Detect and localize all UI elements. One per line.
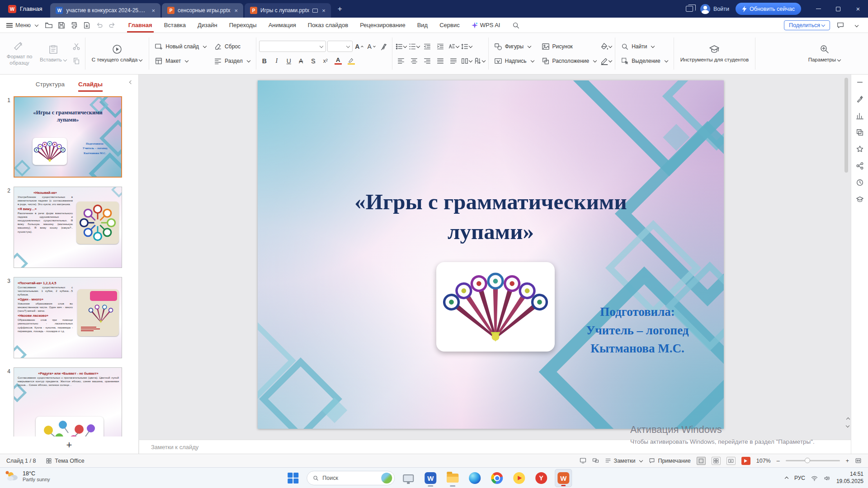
tab-outline[interactable]: Структура — [36, 75, 65, 94]
collapse-ribbon-button[interactable] — [851, 19, 863, 31]
open-folder-button[interactable] — [43, 19, 55, 31]
normal-view-button[interactable] — [697, 457, 706, 465]
close-tab-icon[interactable]: × — [151, 7, 155, 14]
format-painter-button[interactable]: Формат по образцу — [3, 39, 36, 68]
student-tools-button[interactable]: Инструменты для студентов — [677, 42, 752, 65]
slide-author-block[interactable]: Подготовила: Учитель – логопед Кытманова… — [554, 303, 721, 358]
section-button[interactable]: Раздел — [211, 55, 253, 66]
language-indicator[interactable]: РУС — [794, 475, 805, 481]
font-name-combo[interactable] — [259, 41, 326, 52]
favorites-icon[interactable] — [856, 145, 864, 153]
word-app-icon[interactable]: W — [422, 469, 439, 487]
close-tab-icon[interactable]: × — [235, 7, 238, 14]
arrange-button[interactable]: Расположение — [539, 55, 600, 66]
theme-button[interactable]: Тема Office — [46, 458, 84, 464]
weather-widget[interactable]: 18°C Partly sunny — [5, 470, 50, 482]
paste-button[interactable]: Вставить — [36, 42, 71, 65]
save-button[interactable] — [56, 19, 67, 31]
align-left-button[interactable] — [395, 55, 407, 66]
shapes-button[interactable]: Фигуры — [491, 41, 537, 52]
slide-image[interactable] — [436, 262, 555, 352]
strikethrough-button[interactable]: A — [296, 55, 307, 66]
undo-button[interactable] — [94, 19, 105, 31]
italic-button[interactable]: I — [271, 55, 282, 66]
layout-button[interactable]: Макет — [152, 55, 209, 66]
collapse-panel-icon[interactable] — [129, 80, 133, 84]
history-icon[interactable] — [856, 178, 864, 187]
tab-transitions[interactable]: Переходы — [223, 18, 263, 33]
home-tab[interactable]: W Главная — [0, 0, 50, 18]
reading-view-button[interactable] — [726, 457, 736, 465]
picture-button[interactable]: Рисунок — [539, 41, 600, 52]
align-right-button[interactable] — [421, 55, 433, 66]
minimize-button[interactable] — [808, 0, 828, 18]
decrease-font-button[interactable]: A — [366, 41, 377, 52]
window-layout-icon[interactable] — [686, 6, 693, 12]
zoom-in-button[interactable]: + — [846, 458, 849, 464]
tab-home[interactable]: Главная — [123, 18, 158, 33]
slideshow-play-button[interactable] — [741, 457, 750, 465]
columns-button[interactable] — [461, 55, 472, 66]
tab-slideshow[interactable]: Показ слайдов — [302, 18, 354, 33]
font-size-combo[interactable] — [327, 41, 353, 52]
text-shadow-button[interactable]: S — [308, 55, 319, 66]
learning-tools-icon[interactable] — [856, 195, 864, 203]
new-tab-button[interactable]: + — [334, 3, 346, 15]
cut-button[interactable] — [71, 41, 82, 52]
zoom-out-button[interactable]: – — [777, 458, 780, 464]
fill-color-button[interactable] — [600, 41, 612, 52]
slide-thumbnail-1[interactable]: «Игры с грамматическими лупами» Подго — [14, 96, 122, 178]
tab-slides[interactable]: Слайды — [78, 75, 103, 94]
textbox-button[interactable]: Надпись — [491, 55, 537, 66]
tab-insert[interactable]: Вставка — [158, 18, 192, 33]
tab-tools[interactable]: Сервис — [434, 18, 466, 33]
doc-tab-1[interactable]: W участие в конкурсах 2024-25.docx × — [50, 3, 160, 18]
pin-tab-icon[interactable] — [312, 9, 318, 13]
display-app-icon[interactable] — [400, 469, 417, 487]
yandex-browser-app-icon[interactable]: Y — [533, 469, 550, 487]
beautify-icon[interactable] — [856, 95, 864, 103]
tab-design[interactable]: Дизайн — [192, 18, 223, 33]
presenter-view-icon[interactable] — [580, 457, 586, 464]
zoom-slider[interactable] — [786, 460, 840, 461]
decrease-indent-button[interactable] — [421, 41, 433, 52]
collapse-rail-icon[interactable] — [856, 78, 864, 86]
increase-font-button[interactable]: A — [354, 41, 365, 52]
maximize-button[interactable] — [828, 0, 848, 18]
tray-expand-icon[interactable] — [785, 477, 788, 480]
close-button[interactable]: × — [848, 0, 868, 18]
highlight-color-button[interactable] — [345, 57, 357, 65]
slide-thumbnail-2[interactable]: «Называй-ка» Употребление существительны… — [14, 187, 122, 268]
volume-icon[interactable] — [824, 475, 830, 482]
copy-button[interactable] — [71, 55, 82, 66]
distribute-button[interactable] — [448, 55, 459, 66]
clock[interactable]: 14:51 19.05.2025 — [836, 471, 863, 485]
main-scrollbar[interactable] — [844, 78, 848, 389]
tab-review[interactable]: Рецензирование — [354, 18, 411, 33]
export-button[interactable] — [81, 19, 93, 31]
edge-app-icon[interactable] — [466, 469, 483, 487]
share-button[interactable]: Поделиться — [784, 20, 830, 30]
update-now-button[interactable]: Обновить сейчас — [736, 3, 801, 15]
slide-thumbnail-3[interactable]: «Посчитай-ка» 1,2,3,4,5 Согласование сущ… — [14, 277, 122, 358]
text-direction-button[interactable] — [474, 55, 486, 66]
settings-button[interactable]: Параметры — [805, 42, 844, 65]
print-button[interactable] — [68, 19, 80, 31]
chart-panel-icon[interactable] — [856, 112, 864, 120]
clear-format-button[interactable] — [378, 41, 389, 52]
notes-toggle[interactable]: Заметки — [605, 458, 643, 464]
new-slide-button[interactable]: Новый слайд — [152, 41, 209, 52]
tab-wps-ai[interactable]: WPS AI — [466, 18, 506, 33]
bullets-button[interactable] — [395, 41, 407, 52]
slide-canvas[interactable]: «Игры с грамматическими лупами» Подготов… — [258, 80, 724, 429]
slide-thumbnail-4[interactable]: «Радуга» или «Бывает - не бывает» Соглас… — [14, 367, 122, 436]
fit-slide-button[interactable] — [855, 457, 862, 464]
comment-button[interactable]: Примечание — [649, 458, 690, 464]
comments-button[interactable] — [835, 19, 846, 31]
bold-button[interactable]: B — [259, 55, 270, 66]
taskbar-search[interactable]: Поиск — [307, 471, 395, 485]
slide-title[interactable]: «Игры с грамматическими лупами» — [258, 187, 724, 247]
line-spacing-button[interactable] — [461, 41, 472, 52]
scrollbar-thumb[interactable] — [844, 78, 848, 173]
select-button[interactable]: Выделение — [618, 55, 671, 66]
